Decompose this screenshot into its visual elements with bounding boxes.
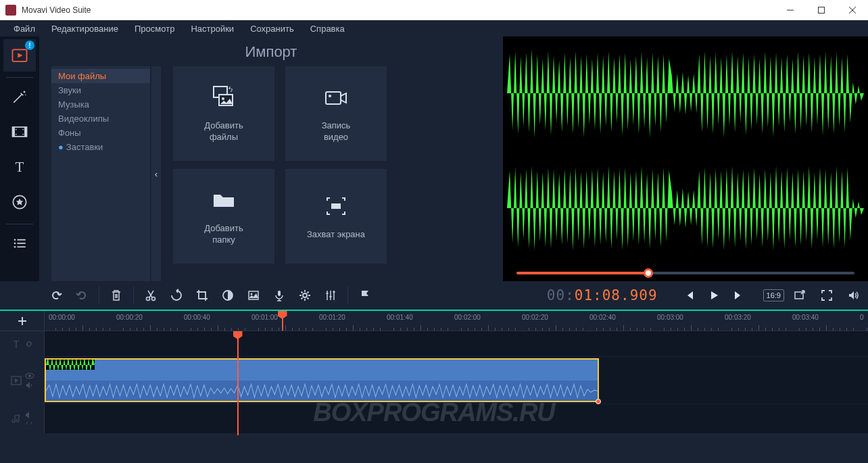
tile-add-folder-label: Добавить папку <box>204 223 243 246</box>
svg-point-9 <box>16 129 17 130</box>
svg-marker-5 <box>18 53 22 58</box>
svg-rect-38 <box>327 293 329 294</box>
import-title: Импорт <box>39 36 503 66</box>
svg-point-31 <box>147 297 150 301</box>
svg-rect-39 <box>330 296 332 297</box>
menu-file[interactable]: Файл <box>5 22 43 36</box>
time-ruler[interactable]: 00:00:0000:00:2000:00:4000:01:0000:01:20… <box>45 311 868 331</box>
ruler-tick: 00:02:20 <box>522 314 548 321</box>
category-videoclips[interactable]: Видеоклипы <box>51 112 150 126</box>
volume-button[interactable] <box>842 284 865 307</box>
capture-icon <box>322 193 350 221</box>
svg-rect-7 <box>13 127 16 137</box>
tool-more[interactable] <box>3 227 36 260</box>
menu-settings[interactable]: Настройки <box>183 22 242 36</box>
svg-point-46 <box>28 374 31 377</box>
tile-add-folder[interactable]: Добавить папку <box>173 169 274 264</box>
speaker-icon <box>24 412 34 418</box>
next-button[interactable] <box>727 284 750 307</box>
minimize-button[interactable] <box>775 0 806 20</box>
tile-capture-screen-label: Захват экрана <box>307 229 365 241</box>
folder-icon <box>210 187 238 215</box>
settings-button[interactable] <box>293 284 316 307</box>
scrub-knob[interactable] <box>644 268 653 278</box>
tool-stickers[interactable] <box>3 186 36 218</box>
delete-button[interactable] <box>105 284 128 307</box>
rotate-button[interactable] <box>165 284 188 307</box>
equalizer-button[interactable] <box>319 284 342 307</box>
crop-button[interactable] <box>191 284 214 307</box>
fullscreen-button[interactable] <box>815 284 838 307</box>
category-intros[interactable]: ●Заставки <box>51 140 150 154</box>
svg-point-11 <box>22 129 24 130</box>
tool-titles[interactable]: T <box>3 151 36 183</box>
track-audio-head[interactable] <box>0 404 45 433</box>
close-button[interactable] <box>837 0 868 20</box>
svg-point-12 <box>22 134 24 135</box>
aspect-ratio-button[interactable]: 16:9 <box>763 289 784 301</box>
chevron-left-icon: ‹ <box>155 169 158 179</box>
tile-add-files-label: Добавить файлы <box>204 120 243 143</box>
popout-button[interactable] <box>788 284 811 307</box>
menu-save[interactable]: Сохранить <box>242 22 302 36</box>
svg-point-18 <box>14 243 16 245</box>
collapse-handle[interactable]: ‹ <box>151 66 161 281</box>
scrub-bar[interactable] <box>503 265 868 281</box>
svg-point-16 <box>14 239 16 241</box>
ruler-tick: 00:02:00 <box>454 314 481 321</box>
cut-button[interactable] <box>139 284 162 307</box>
ruler-tick: 00:00:40 <box>184 314 210 321</box>
category-my-files[interactable]: Мои файлы <box>51 69 150 83</box>
timecode-display: 00:01:08.909 <box>536 287 669 303</box>
preview-panel <box>503 36 868 281</box>
menubar: Файл Редактирование Просмотр Настройки С… <box>0 20 868 36</box>
mic-button[interactable] <box>268 284 291 307</box>
titlebar: Movavi Video Suite <box>0 0 868 20</box>
speaker-icon <box>25 381 34 389</box>
svg-point-10 <box>16 134 17 135</box>
window-title: Movavi Video Suite <box>22 5 775 15</box>
track-titles-head[interactable]: T <box>0 331 45 356</box>
marker-button[interactable] <box>354 284 377 307</box>
maximize-button[interactable] <box>806 0 837 20</box>
menu-view[interactable]: Просмотр <box>126 22 183 36</box>
camera-icon <box>322 84 350 112</box>
svg-rect-36 <box>278 291 281 296</box>
menu-help[interactable]: Справка <box>302 22 353 36</box>
tool-import[interactable]: ! <box>3 39 36 72</box>
add-track-button[interactable] <box>0 311 45 331</box>
clip-handle[interactable] <box>596 399 601 404</box>
text-icon: T <box>11 339 22 349</box>
waveform-channel-left <box>507 38 864 149</box>
ruler-tick: 00:00:00 <box>49 314 75 321</box>
ruler-tick: 00:01:20 <box>319 314 345 321</box>
tile-record-video[interactable]: Запись видео <box>285 66 387 161</box>
prev-button[interactable] <box>678 284 701 307</box>
svg-rect-8 <box>24 127 27 137</box>
track-video-head[interactable] <box>0 357 45 404</box>
svg-text:T: T <box>13 339 19 349</box>
menu-edit[interactable]: Редактирование <box>43 22 126 36</box>
track-audio <box>0 404 868 434</box>
svg-text:T: T <box>16 159 24 175</box>
link-icon <box>24 339 34 349</box>
category-music[interactable]: Музыка <box>51 97 150 112</box>
tool-transitions[interactable] <box>3 116 36 148</box>
category-backgrounds[interactable]: Фоны <box>51 126 150 140</box>
category-intros-label: Заставки <box>66 142 103 152</box>
redo-button[interactable] <box>70 284 93 307</box>
tile-add-files[interactable]: ♪ Добавить файлы <box>173 66 274 161</box>
tile-capture-screen[interactable]: Захват экрана <box>285 169 387 264</box>
play-button[interactable] <box>702 284 725 307</box>
color-button[interactable] <box>216 284 239 307</box>
undo-button[interactable] <box>45 284 68 307</box>
svg-marker-15 <box>16 199 24 205</box>
image-button[interactable] <box>242 284 265 307</box>
timeline: 00:00:0000:00:2000:00:4000:01:0000:01:20… <box>0 310 868 434</box>
ruler-tick: 00:02:40 <box>589 314 616 321</box>
tool-effects[interactable] <box>3 80 36 113</box>
category-sounds[interactable]: Звуки <box>51 83 150 97</box>
video-clip[interactable] <box>45 358 599 402</box>
plus-icon <box>16 315 28 327</box>
clip-audio-waveform <box>46 381 598 401</box>
